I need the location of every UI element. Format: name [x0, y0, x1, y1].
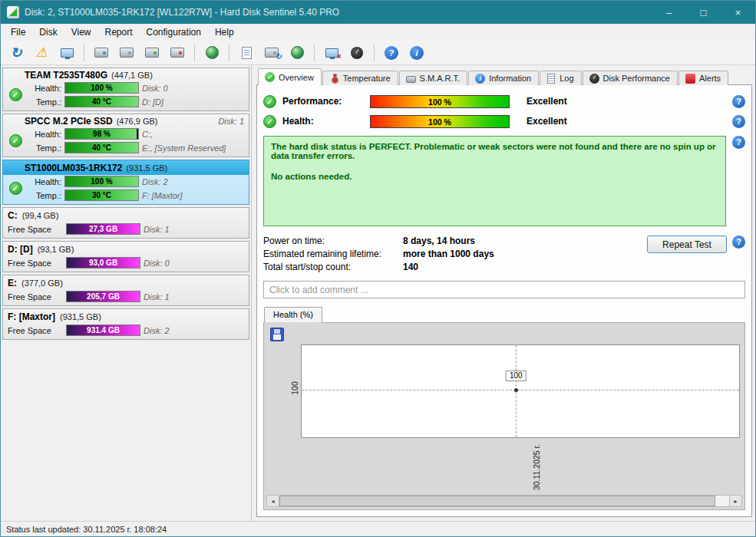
- temp-value: 30 °C: [65, 190, 138, 200]
- free-space-bar: 931.4 GB: [66, 325, 140, 336]
- content-area: TEAM T2535T480G (447,1 GB) ✓ Health: 100…: [1, 65, 755, 521]
- disk-status-text: The hard disk status is PERFECT. Problem…: [263, 136, 726, 226]
- app-icon: [7, 6, 19, 18]
- scrollbar-track[interactable]: [279, 496, 729, 506]
- free-space-label: Free Space: [6, 225, 63, 234]
- disk-entry-st1000-selected[interactable]: ST1000LM035-1RK172 (931,5 GB) ✓ Health: …: [2, 160, 249, 205]
- web-report-icon[interactable]: [286, 42, 309, 63]
- status-bar: Status last updated: 30.11.2025 г. 18:08…: [1, 521, 755, 536]
- menu-view[interactable]: View: [64, 25, 98, 40]
- scrollbar-thumb[interactable]: [279, 496, 715, 506]
- overview-panel: ✓ Performance: 100 % Excellent ? ✓ Healt…: [256, 84, 752, 517]
- free-space-value: 931.4 GB: [67, 325, 140, 335]
- toolbar-separator: [229, 44, 229, 61]
- help-icon[interactable]: ?: [732, 95, 745, 108]
- partition-entry-c[interactable]: C: (99,4 GB) Free Space 27,3 GB Disk: 1: [2, 207, 249, 239]
- disk-remove-icon[interactable]: [166, 42, 189, 63]
- health-bar: 100 %: [370, 115, 510, 128]
- titlebar: Disk: 2, ST1000LM035-1RK172 [WL122R7W] -…: [1, 1, 755, 24]
- disk-sidebar: TEAM T2535T480G (447,1 GB) ✓ Health: 100…: [1, 65, 252, 521]
- disk-online-icon[interactable]: [140, 42, 163, 63]
- partition-entry-d[interactable]: D: [D] (93,1 GB) Free Space 93,0 GB Disk…: [2, 241, 249, 272]
- status-text: Status last updated: 30.11.2025 г. 18:08…: [6, 525, 167, 534]
- chart-tab-health[interactable]: Health (%): [264, 307, 322, 323]
- menu-file[interactable]: File: [4, 25, 32, 40]
- disk-header: TEAM T2535T480G (447,1 GB): [3, 68, 249, 81]
- free-space-value: 93,0 GB: [67, 258, 140, 268]
- disk-name: SPCC M.2 PCIe SSD: [25, 116, 113, 127]
- chart-plot-area: 100: [301, 344, 740, 438]
- partition-size: (377,0 GB): [21, 278, 63, 288]
- disk-entry-team[interactable]: TEAM T2535T480G (447,1 GB) ✓ Health: 100…: [2, 68, 249, 111]
- comment-input[interactable]: [263, 281, 745, 298]
- help-icon[interactable]: ?: [732, 236, 745, 249]
- window-title: Disk: 2, ST1000LM035-1RK172 [WL122R7W] -…: [25, 7, 339, 18]
- drive-letters: C:,: [142, 130, 153, 139]
- disk-header: ST1000LM035-1RK172 (931,5 GB): [3, 160, 249, 175]
- disk-name: ST1000LM035-1RK172: [25, 163, 122, 173]
- scroll-left-icon[interactable]: ◄: [267, 496, 279, 506]
- temp-label: Temp.:: [25, 97, 61, 107]
- performance-rating: Excellent: [527, 96, 567, 107]
- report-document-icon[interactable]: [235, 42, 258, 63]
- scroll-right-icon[interactable]: ►: [729, 496, 741, 506]
- health-rating: Excellent: [527, 116, 567, 127]
- free-space-value: 205,7 GB: [67, 292, 140, 301]
- ok-check-icon: ✓: [263, 115, 276, 128]
- ok-check-icon: ✓: [263, 95, 276, 108]
- disk-test-warning-icon[interactable]: ⚠: [30, 42, 53, 63]
- log-icon: [547, 74, 555, 84]
- save-icon[interactable]: [270, 328, 284, 341]
- close-icon[interactable]: ×: [721, 1, 755, 24]
- help-icon[interactable]: ?: [380, 42, 403, 63]
- tab-overview[interactable]: ✓Overview: [258, 68, 322, 85]
- repeat-test-button[interactable]: Repeat Test: [647, 236, 727, 253]
- chart-scrollbar[interactable]: ◄ ►: [266, 495, 742, 507]
- stat-row: Total start/stop count: 140: [263, 262, 647, 272]
- health-label: Health:: [25, 130, 61, 139]
- disk-icon[interactable]: [115, 42, 138, 63]
- partition-name: E:: [8, 278, 17, 288]
- disk-number: Disk: 1: [144, 225, 170, 234]
- report-monitor-icon[interactable]: [55, 42, 78, 63]
- tab-alerts[interactable]: Alerts: [678, 71, 728, 85]
- tab-temperature[interactable]: Temperature: [322, 71, 398, 85]
- menu-help[interactable]: Help: [208, 25, 241, 40]
- temp-label: Temp.:: [25, 143, 61, 153]
- performance-gauge-icon[interactable]: [345, 42, 368, 63]
- tab-information[interactable]: iInformation: [468, 71, 539, 85]
- menu-report[interactable]: Report: [97, 25, 139, 40]
- remote-monitor-icon[interactable]: ×: [320, 42, 343, 63]
- minimize-icon[interactable]: –: [652, 1, 686, 24]
- temp-value: 40 °C: [65, 97, 138, 107]
- free-space-label: Free Space: [6, 326, 63, 335]
- temp-value: 40 °C: [65, 143, 138, 153]
- menu-configuration[interactable]: Configuration: [140, 25, 208, 40]
- network-globe-icon[interactable]: [200, 42, 223, 63]
- performance-label: Performance:: [282, 96, 364, 107]
- information-icon[interactable]: i: [405, 42, 428, 63]
- disk-icon: [406, 76, 416, 83]
- status-line: No actions needed.: [271, 172, 718, 181]
- maximize-icon[interactable]: □: [686, 1, 721, 24]
- disk-entry-spcc[interactable]: SPCC M.2 PCIe SSD (476,9 GB) Disk: 1 ✓ H…: [2, 114, 249, 157]
- main-tabs: ✓Overview Temperature S.M.A.R.T. iInform…: [256, 68, 752, 84]
- partition-entry-f[interactable]: F: [Maxtor] (931,5 GB) Free Space 931.4 …: [2, 308, 249, 340]
- help-icon[interactable]: ?: [732, 115, 745, 128]
- health-label: Health:: [25, 177, 61, 186]
- refresh-icon[interactable]: ↻: [5, 42, 28, 63]
- tab-log[interactable]: Log: [540, 71, 581, 85]
- partition-entry-e[interactable]: E: (377,0 GB) Free Space 205,7 GB Disk: …: [2, 275, 249, 306]
- detect-disk-icon[interactable]: [90, 42, 113, 63]
- free-space-bar: 93,0 GB: [66, 257, 140, 268]
- tab-disk-performance[interactable]: Disk Performance: [583, 71, 678, 85]
- free-space-bar: 205,7 GB: [66, 291, 140, 302]
- disk-refresh-icon[interactable]: ↻: [260, 42, 283, 63]
- partition-name: C:: [8, 210, 18, 221]
- health-value: 98 %: [65, 129, 138, 139]
- menu-disk[interactable]: Disk: [32, 25, 64, 40]
- tab-smart[interactable]: S.M.A.R.T.: [399, 71, 468, 85]
- performance-row: ✓ Performance: 100 % Excellent ?: [263, 91, 745, 111]
- disk-name: TEAM T2535T480G: [25, 70, 107, 81]
- help-icon[interactable]: ?: [732, 136, 745, 149]
